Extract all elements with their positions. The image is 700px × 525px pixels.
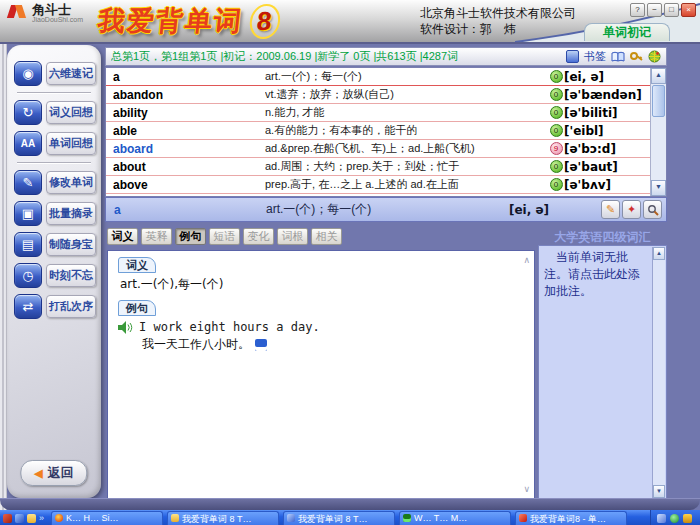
search-button[interactable] (643, 200, 662, 219)
review-count-badge: 0 (550, 124, 563, 137)
sidebar-item-meaning-recall[interactable]: 词义回想 (14, 100, 96, 125)
tray-icon[interactable] (683, 514, 692, 523)
sidebar-item-make-portable[interactable]: 制随身宝 (14, 232, 96, 257)
window-icon (287, 514, 295, 522)
word-row-able[interactable]: able a.有的能力；有本事的，能干的 0 ['eibl] (106, 122, 650, 140)
quick-launch-overflow-chevron[interactable]: » (39, 514, 44, 523)
taskbar-task-manager[interactable]: W… T… M… (399, 511, 511, 525)
review-count-badge: 0 (550, 160, 563, 173)
tray-icon[interactable] (657, 514, 666, 523)
panel-scroll-up-icon[interactable]: ∧ (523, 256, 530, 265)
current-word: a (106, 203, 266, 217)
save-icon[interactable] (255, 339, 267, 351)
detail-tabs: 词义 英释 例句 短语 变化 词根 相关 (107, 228, 342, 245)
scrollbar-thumb[interactable] (652, 85, 665, 117)
help-button[interactable]: ? (630, 3, 645, 17)
meaning-section-tag[interactable]: 词义 (118, 257, 156, 273)
detail-panel: 词义 art.一(个),每一(个) 例句 I work eight hours … (107, 250, 535, 500)
system-tray (650, 510, 700, 525)
taskbar-task-folder[interactable]: 我爱背单词 8 T… (167, 511, 279, 525)
speaker-icon[interactable] (118, 321, 133, 334)
quick-launch-icon[interactable] (15, 514, 24, 523)
tray-icon[interactable] (670, 514, 679, 523)
tab-root[interactable]: 词根 (277, 228, 308, 245)
tab-variation[interactable]: 变化 (243, 228, 274, 245)
designer-credit: 软件设计：郭 炜 (420, 21, 576, 37)
sidebar-divider (17, 92, 91, 94)
sidebar-item-word-recall[interactable]: 单词回想 (14, 131, 96, 156)
review-count-badge: 0 (550, 106, 563, 119)
brand-logo: 角斗士 JiaoDouShi.com (8, 4, 83, 24)
app-title-number: 8 (248, 4, 282, 39)
sidebar-item-batch-extract[interactable]: 批量摘录 (14, 201, 96, 226)
clock-icon (14, 263, 42, 288)
brand-name: 角斗士 (32, 4, 83, 16)
meaning-text: art.一(个),每一(个) (120, 276, 524, 293)
bookmark-icon[interactable] (566, 50, 579, 63)
magnifier-icon (647, 204, 659, 216)
app-icon (519, 514, 527, 522)
folder-icon[interactable] (27, 514, 36, 523)
sidebar-item-shuffle-order[interactable]: 打乱次序 (14, 294, 96, 319)
panel-scroll-down-icon[interactable]: ∨ (523, 485, 530, 494)
dictionary-book-icon[interactable] (611, 51, 625, 63)
back-button[interactable]: ◀ 返回 (20, 460, 87, 486)
scroll-up-icon[interactable]: ▲ (651, 68, 666, 84)
word-row-a[interactable]: a art.一(个)；每一(个) 0 [ei, ə] (106, 68, 650, 86)
main-window: 角斗士 JiaoDouShi.com 我爱背单词8 北京角斗士软件技术有限公司软… (0, 0, 700, 510)
sidebar-item-never-forget[interactable]: 时刻不忘 (14, 263, 96, 288)
window-bottom-edge (0, 498, 700, 510)
current-word-bar: a art.一(个)；每一(个) [ei, ə] ✎ ✦ (105, 197, 667, 222)
review-count-badge: 0 (550, 178, 563, 191)
page-progress-status: 总第1页，第1组第1页 |初记：2009.06.19 |新学了 0页 |共613… (111, 49, 566, 64)
brand-site: JiaoDouShi.com (32, 16, 83, 24)
flash-button[interactable]: ✦ (622, 200, 641, 219)
wordbook-title: 大学英语四级词汇 (538, 229, 667, 246)
minimize-button[interactable]: − (647, 3, 662, 17)
word-row-ability[interactable]: ability n.能力, 才能 0 [ə'biliti] (106, 104, 650, 122)
tab-example[interactable]: 例句 (175, 228, 206, 245)
window-controls: ? − □ × (630, 3, 696, 17)
app-title: 我爱背单词8 (96, 3, 282, 39)
tab-related[interactable]: 相关 (311, 228, 342, 245)
annotation-box[interactable]: 当前单词无批注。请点击此处添加批注。 ▲ ▼ (538, 245, 667, 500)
word-row-aboard[interactable]: aboard ad.&prep.在船(飞机、车)上；ad.上船(飞机) 9 [ə… (106, 140, 650, 158)
tab-meaning[interactable]: 词义 (107, 228, 138, 245)
sidebar-item-six-dimension-memorize[interactable]: 六维速记 (14, 61, 96, 86)
globe-icon[interactable] (648, 50, 661, 63)
company-name: 北京角斗士软件技术有限公司 (420, 5, 576, 21)
close-button[interactable]: × (681, 3, 696, 17)
tab-word-first-memorize[interactable]: 单词初记 (584, 23, 670, 41)
scroll-down-icon[interactable]: ▼ (653, 485, 665, 498)
bookmark-label[interactable]: 书签 (584, 49, 606, 64)
annotation-scrollbar[interactable]: ▲ ▼ (652, 247, 665, 498)
status-bar: 总第1页，第1组第1页 |初记：2009.06.19 |新学了 0页 |共613… (105, 47, 667, 66)
tab-english-definition[interactable]: 英释 (141, 228, 172, 245)
example-section-tag[interactable]: 例句 (118, 300, 156, 316)
aa-icon (14, 131, 42, 156)
company-info: 北京角斗士软件技术有限公司软件设计：郭 炜 (420, 5, 576, 37)
review-count-badge: 9 (550, 142, 563, 155)
app-window: 角斗士 JiaoDouShi.com 我爱背单词8 北京角斗士软件技术有限公司软… (0, 0, 700, 525)
word-list-scrollbar[interactable]: ▲ ▼ (650, 68, 666, 196)
edit-note-button[interactable]: ✎ (601, 200, 620, 219)
maximize-button[interactable]: □ (664, 3, 679, 17)
tab-phrase[interactable]: 短语 (209, 228, 240, 245)
taskbar-task-firefox[interactable]: K… H… Si… (51, 511, 163, 525)
key-icon[interactable] (630, 51, 643, 63)
taskbar-task-app[interactable]: 我爱背单词8 - 单… (515, 511, 627, 525)
quick-launch-icon[interactable] (3, 514, 12, 523)
sidebar: 六维速记 词义回想 单词回想 修改单词 批量摘录 制随身宝 (7, 45, 101, 498)
word-row-above[interactable]: above prep.高于, 在…之上 a.上述的 ad.在上面 0 [ə'bʌ… (106, 176, 650, 194)
scroll-up-icon[interactable]: ▲ (653, 247, 665, 260)
current-word-phonetic: [ei, ə] (509, 203, 601, 217)
sidebar-item-edit-word[interactable]: 修改单词 (14, 170, 96, 195)
brand-logo-icon (8, 4, 28, 20)
example-sentence-cn: 我一天工作八小时。 (142, 336, 250, 353)
chart-icon (403, 514, 411, 522)
taskbar-task-window[interactable]: 我爱背单词 8 T… (283, 511, 395, 525)
word-row-abandon[interactable]: abandon vt.遗弃；放弃；放纵(自己) 0 [ə'bændən] (106, 86, 650, 104)
word-row-about[interactable]: about ad.周围；大约；prep.关于；到处；忙于 0 [ə'baut] (106, 158, 650, 176)
taskbar: » K… H… Si… 我爱背单词 8 T… 我爱背单词 8 T… W… T… … (0, 510, 700, 525)
scroll-down-icon[interactable]: ▼ (651, 180, 666, 196)
